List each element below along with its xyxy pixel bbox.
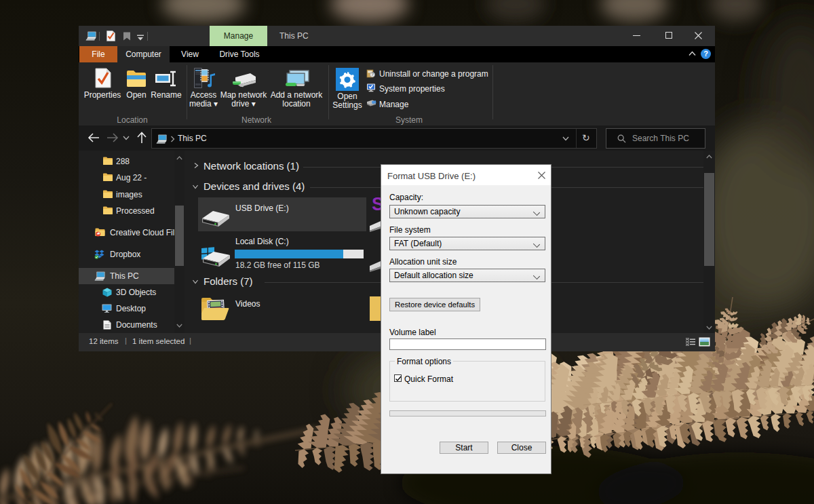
svg-text:?: ? [371, 72, 374, 77]
